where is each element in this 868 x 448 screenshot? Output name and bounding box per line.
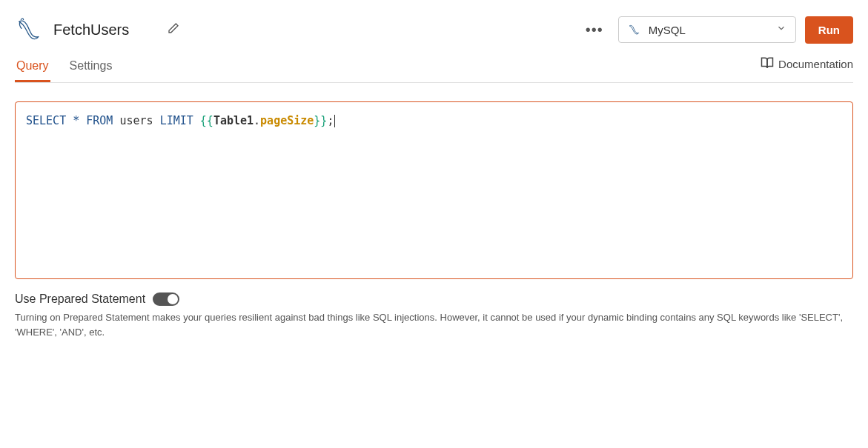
query-header: FetchUsers ••• MySQL Run (15, 15, 853, 44)
prepared-description: Turning on Prepared Statement makes your… (15, 310, 853, 339)
run-button[interactable]: Run (805, 16, 853, 44)
datasource-select[interactable]: MySQL (618, 16, 796, 43)
header-right: ••• MySQL Run (580, 16, 853, 44)
edit-icon[interactable] (168, 22, 179, 37)
documentation-link[interactable]: Documentation (761, 56, 853, 78)
sql-code-editor[interactable]: SELECT * FROM users LIMIT {{Table1.pageS… (15, 101, 853, 279)
binding-open: {{ (200, 114, 213, 127)
sql-keyword: SELECT (26, 114, 66, 127)
tab-settings[interactable]: Settings (68, 52, 114, 82)
tabs: Query Settings (15, 52, 113, 82)
prepared-label: Use Prepared Statement (15, 292, 145, 306)
query-name[interactable]: FetchUsers (53, 21, 129, 39)
sql-keyword: FROM (86, 114, 113, 127)
book-icon (761, 56, 774, 72)
sql-keyword: LIMIT (160, 114, 193, 127)
header-left: FetchUsers (15, 15, 179, 44)
chevron-down-icon (776, 23, 786, 36)
sql-table: users (119, 114, 153, 127)
binding-property: pageSize (260, 114, 314, 127)
sql-star: * (73, 114, 79, 127)
binding-close: }} (314, 114, 327, 127)
binding-dot: . (254, 114, 260, 127)
text-cursor (334, 115, 335, 127)
more-menu-icon[interactable]: ••• (580, 19, 609, 41)
prepared-row: Use Prepared Statement (15, 292, 853, 306)
prepared-statement-section: Use Prepared Statement Turning on Prepar… (15, 292, 853, 339)
datasource-label: MySQL (649, 24, 769, 36)
mysql-logo-icon (15, 15, 44, 44)
mysql-small-icon (628, 23, 641, 36)
tab-query[interactable]: Query (15, 52, 50, 82)
sql-semicolon: ; (327, 114, 334, 127)
toggle-knob (168, 294, 178, 304)
documentation-label: Documentation (778, 58, 853, 70)
tabs-row: Query Settings Documentation (15, 52, 853, 83)
prepared-toggle[interactable] (153, 292, 179, 306)
binding-object: Table1 (213, 114, 254, 127)
